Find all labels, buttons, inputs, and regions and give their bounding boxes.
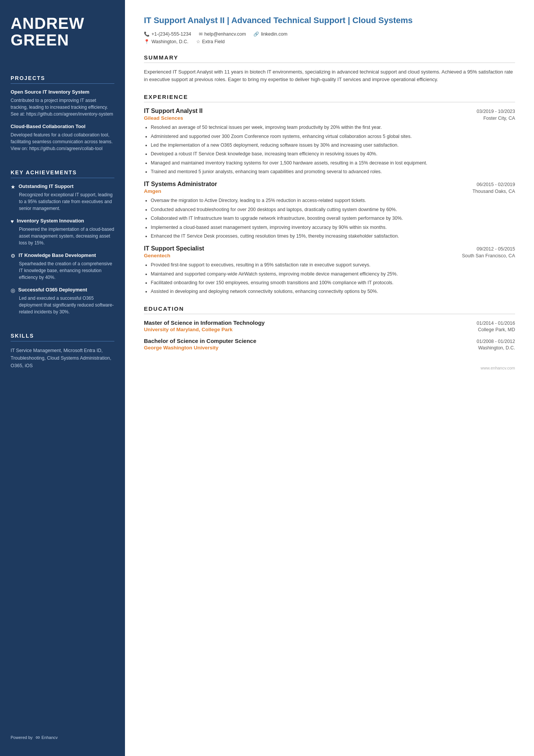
bullet: Oversaw the migration to Active Director… <box>151 197 515 204</box>
exp-location-2: Thousand Oaks, CA <box>472 189 515 194</box>
achievement-desc-4: Led and executed a successful O365 deplo… <box>11 295 114 315</box>
exp-location-1: Foster City, CA <box>483 116 515 121</box>
projects-section-title: PROJECTS <box>11 75 114 84</box>
phone-icon: 📞 <box>144 31 150 37</box>
skills-text: IT Service Management, Microsoft Entra I… <box>11 347 114 369</box>
edu-school-2: George Washington University <box>144 345 219 351</box>
exp-company-1: Gilead Sciences <box>144 115 183 121</box>
summary-section-title: SUMMARY <box>144 54 515 63</box>
exp-dates-1: 03/2019 - 10/2023 <box>477 109 515 114</box>
email-icon: ✉ <box>199 31 203 37</box>
bullet: Provided first-line support to executive… <box>151 261 515 269</box>
edu-location-1: College Park, MD <box>478 327 515 332</box>
achievements-list: ★ Outstanding IT Support Recognized for … <box>11 183 114 321</box>
edu-degree-2: Bachelor of Science in Computer Science <box>144 338 256 344</box>
achievement-1: ★ Outstanding IT Support Recognized for … <box>11 183 114 212</box>
exp-company-3: Genentech <box>144 253 170 258</box>
exp-title-1: IT Support Analyst II <box>144 108 203 114</box>
contact-linkedin: 🔗 linkedin.com <box>253 31 287 37</box>
skills-section-title: SKILLS <box>11 333 114 341</box>
project-desc-2: Developed features for a cloud collabora… <box>11 131 114 152</box>
bullet: Maintained and supported company-wide Ai… <box>151 271 515 278</box>
experience-section-title: EXPERIENCE <box>144 94 515 102</box>
achievement-title-1: Outstanding IT Support <box>19 183 73 190</box>
exp-dates-3: 09/2012 - 05/2015 <box>477 246 515 252</box>
achievement-desc-1: Recognized for exceptional IT support, l… <box>11 191 114 212</box>
summary-text: Experienced IT Support Analyst with 11 y… <box>144 68 515 84</box>
contact-row-2: 📍 Washington, D.C. ☆ Extra Field <box>144 39 515 44</box>
contact-extra: ☆ Extra Field <box>196 39 225 44</box>
main-content: IT Support Analyst II | Advanced Technic… <box>125 0 534 756</box>
achievements-section-title: KEY ACHIEVEMENTS <box>11 169 114 178</box>
bullet: Developed a robust IT Service Desk knowl… <box>151 150 515 158</box>
bullet: Managed and maintained inventory trackin… <box>151 160 515 167</box>
bullet: Led the implementation of a new O365 dep… <box>151 142 515 149</box>
circle-icon: ◎ <box>11 287 15 293</box>
bullet: Facilitated onboarding for over 150 empl… <box>151 279 515 286</box>
contact-location: 📍 Washington, D.C. <box>144 39 189 44</box>
achievement-title-3: IT Knowledge Base Development <box>19 252 96 259</box>
project-title-1: Open Source IT Inventory System <box>11 89 114 95</box>
bullet: Implemented a cloud-based asset manageme… <box>151 224 515 231</box>
sidebar-footer: Powered by ∞ Enhancv <box>11 723 114 741</box>
bullet: Administered and supported over 300 Zoom… <box>151 133 515 140</box>
contact-phone: 📞 +1-(234)-555-1234 <box>144 31 191 37</box>
education-section-title: EDUCATION <box>144 305 515 314</box>
bullet: Enhanced the IT Service Desk processes, … <box>151 233 515 240</box>
achievement-desc-2: Pioneered the implementation of a cloud-… <box>11 226 114 246</box>
achievement-3: ⚙ IT Knowledge Base Development Spearhea… <box>11 252 114 281</box>
education-1: Master of Science in Information Technol… <box>144 319 515 332</box>
contact-email: ✉ help@enhancv.com <box>199 31 246 37</box>
contact-row: 📞 +1-(234)-555-1234 ✉ help@enhancv.com 🔗… <box>144 31 515 37</box>
bullet: Trained and mentored 5 junior analysts, … <box>151 168 515 175</box>
exp-bullets-1: Resolved an average of 50 technical issu… <box>144 124 515 175</box>
achievement-desc-3: Spearheaded the creation of a comprehens… <box>11 260 114 281</box>
edu-dates-2: 01/2008 - 01/2012 <box>477 339 515 344</box>
location-icon: 📍 <box>144 39 150 44</box>
projects-list: Open Source IT Inventory System Contribu… <box>11 89 114 158</box>
achievement-4: ◎ Successful O365 Deployment Led and exe… <box>11 287 114 315</box>
project-desc-1: Contributed to a project improving IT as… <box>11 97 114 117</box>
experience-3: IT Support Specialist 09/2012 - 05/2015 … <box>144 245 515 296</box>
star-icon: ★ <box>11 184 16 190</box>
footer-url: www.enhancv.com <box>481 366 515 370</box>
project-title-2: Cloud-Based Collaboration Tool <box>11 124 114 129</box>
achievement-2: ♥ Inventory System Innovation Pioneered … <box>11 218 114 246</box>
main-title: IT Support Analyst II | Advanced Technic… <box>144 15 515 26</box>
bullet: Conducted advanced troubleshooting for o… <box>151 206 515 213</box>
exp-title-2: IT Systems Administrator <box>144 181 217 188</box>
edu-degree-1: Master of Science in Information Technol… <box>144 319 265 326</box>
infinity-icon: ∞ <box>36 734 40 741</box>
edu-school-1: University of Maryland, College Park <box>144 327 233 332</box>
edu-location-2: Washington, D.C. <box>478 345 515 351</box>
sidebar: ANDREW GREEN PROJECTS Open Source IT Inv… <box>0 0 125 756</box>
enhancv-name: Enhancv <box>42 735 58 740</box>
powered-by-label: Powered by <box>11 735 33 740</box>
main-footer: www.enhancv.com <box>144 366 515 370</box>
candidate-name: ANDREW GREEN <box>11 15 114 49</box>
bullet: Assisted in developing and deploying net… <box>151 288 515 295</box>
exp-bullets-2: Oversaw the migration to Active Director… <box>144 197 515 240</box>
bullet: Collaborated with IT Infrastructure team… <box>151 215 515 222</box>
bullet: Resolved an average of 50 technical issu… <box>151 124 515 131</box>
edu-dates-1: 01/2014 - 01/2016 <box>477 321 515 326</box>
achievement-title-4: Successful O365 Deployment <box>18 287 87 293</box>
exp-company-2: Amgen <box>144 188 161 194</box>
education-2: Bachelor of Science in Computer Science … <box>144 338 515 351</box>
gear-icon: ⚙ <box>11 253 16 259</box>
achievement-title-2: Inventory System Innovation <box>17 218 84 224</box>
resume-wrapper: ANDREW GREEN PROJECTS Open Source IT Inv… <box>0 0 534 756</box>
exp-location-3: South San Francisco, CA <box>462 253 515 258</box>
exp-bullets-3: Provided first-line support to executive… <box>144 261 515 296</box>
star-contact-icon: ☆ <box>196 39 200 44</box>
enhancv-logo: ∞ Enhancv <box>36 734 58 741</box>
heart-icon: ♥ <box>11 218 14 224</box>
exp-title-3: IT Support Specialist <box>144 245 204 252</box>
link-icon: 🔗 <box>253 31 259 37</box>
exp-dates-2: 06/2015 - 02/2019 <box>477 182 515 187</box>
experience-1: IT Support Analyst II 03/2019 - 10/2023 … <box>144 108 515 175</box>
experience-2: IT Systems Administrator 06/2015 - 02/20… <box>144 181 515 240</box>
